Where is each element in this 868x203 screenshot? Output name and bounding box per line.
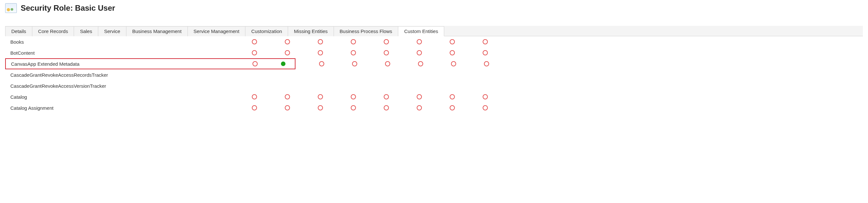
tab-sales[interactable]: Sales [74,26,98,36]
privilege-cell[interactable] [271,39,304,45]
svg-point-1 [285,39,290,44]
svg-point-9 [285,51,290,55]
svg-point-23 [484,61,489,66]
svg-point-16 [253,61,257,66]
privilege-cell[interactable] [370,105,403,111]
privilege-cell[interactable] [271,105,304,111]
tab-customization[interactable]: Customization [245,26,288,36]
privilege-cell[interactable] [403,105,436,111]
entity-label: Catalog Assignment [5,105,238,111]
svg-point-39 [483,106,488,110]
privilege-cell[interactable] [436,39,469,45]
privilege-cell[interactable] [304,50,337,56]
svg-point-12 [384,51,389,55]
privilege-cell[interactable] [337,39,370,45]
privilege-none-icon [251,50,257,56]
privilege-none-icon [251,39,257,45]
security-role-icon [5,3,17,13]
tab-business-management[interactable]: Business Management [126,26,188,36]
privilege-cell[interactable] [337,50,370,56]
tab-details[interactable]: Details [5,26,32,36]
privilege-cell[interactable] [305,61,338,67]
privilege-none-icon [251,105,257,111]
svg-point-25 [285,94,290,99]
entity-label: BotContent [5,50,238,56]
tab-strip: DetailsCore RecordsSalesServiceBusiness … [5,26,863,36]
table-row: CanvasApp Extended Metadata [5,58,863,69]
tab-service[interactable]: Service [98,26,126,36]
privilege-cell[interactable] [337,105,370,111]
tab-custom-entities[interactable]: Custom Entities [398,26,444,36]
privilege-cell[interactable] [370,39,403,45]
privilege-cell[interactable] [436,50,469,56]
svg-point-8 [252,51,257,55]
page-title: Security Role: Basic User [21,4,115,12]
privilege-cell[interactable] [436,105,469,111]
svg-point-20 [385,61,390,66]
privilege-cell[interactable] [437,61,470,67]
svg-point-3 [351,39,355,44]
privilege-none-icon [284,50,290,56]
privilege-cell[interactable] [469,50,502,56]
svg-point-2 [318,39,322,44]
privilege-none-icon [484,61,490,67]
privilege-none-icon [317,50,323,56]
svg-point-28 [384,94,389,99]
privilege-cell[interactable] [304,105,337,111]
privilege-cell[interactable] [404,61,437,67]
privilege-cell[interactable] [304,39,337,45]
privilege-cell[interactable] [403,94,436,100]
tab-core-records[interactable]: Core Records [32,26,74,36]
svg-point-38 [450,106,455,110]
privilege-cell[interactable] [304,94,337,100]
tab-business-process-flows[interactable]: Business Process Flows [334,26,399,36]
privilege-cell[interactable] [238,50,271,56]
privilege-cell[interactable] [469,105,502,111]
privilege-cell[interactable] [271,94,304,100]
privilege-none-icon [383,39,389,45]
entity-label: Books [5,39,238,45]
privilege-none-icon [482,50,488,56]
entity-label: CanvasApp Extended Metadata [6,61,239,67]
privilege-none-icon [317,39,323,45]
privilege-cell[interactable] [238,39,271,45]
privilege-none-icon [450,39,455,45]
privilege-cell[interactable] [271,50,304,56]
privilege-cell[interactable] [403,50,436,56]
svg-point-14 [450,51,455,55]
privilege-cell[interactable] [238,105,271,111]
privilege-cell[interactable] [370,50,403,56]
table-row: Books [5,36,863,47]
privilege-none-icon [451,61,457,67]
table-row: CascadeGrantRevokeAccessVersionTracker [5,80,863,91]
privilege-none-icon [352,61,358,67]
privilege-cell[interactable] [370,94,403,100]
privilege-none-icon [317,105,323,111]
privilege-cell[interactable] [338,61,371,67]
svg-point-29 [417,94,422,99]
svg-point-21 [418,61,423,66]
table-row: BotContent [5,47,863,58]
privilege-none-icon [350,105,356,111]
svg-point-36 [384,106,389,110]
privilege-cell[interactable] [469,39,502,45]
privilege-cell[interactable] [470,61,503,67]
tab-missing-entities[interactable]: Missing Entities [288,26,334,36]
privilege-cell[interactable] [469,94,502,100]
tab-service-management[interactable]: Service Management [188,26,246,36]
privilege-cell[interactable] [371,61,404,67]
privilege-none-icon [383,94,389,100]
privilege-cell[interactable] [436,94,469,100]
privilege-none-icon [319,61,324,67]
privilege-grid: BooksBotContentCanvasApp Extended Metada… [5,36,863,113]
privilege-none-icon [450,50,455,56]
svg-point-35 [351,106,355,110]
entity-label: CascadeGrantRevokeAccessRecordsTracker [5,72,238,78]
privilege-none-icon [418,61,424,67]
privilege-cell[interactable] [337,94,370,100]
privilege-cell[interactable] [238,94,271,100]
privilege-cell[interactable] [239,61,272,67]
svg-point-15 [483,51,488,55]
privilege-cell[interactable] [403,39,436,45]
privilege-cell[interactable] [272,61,295,67]
